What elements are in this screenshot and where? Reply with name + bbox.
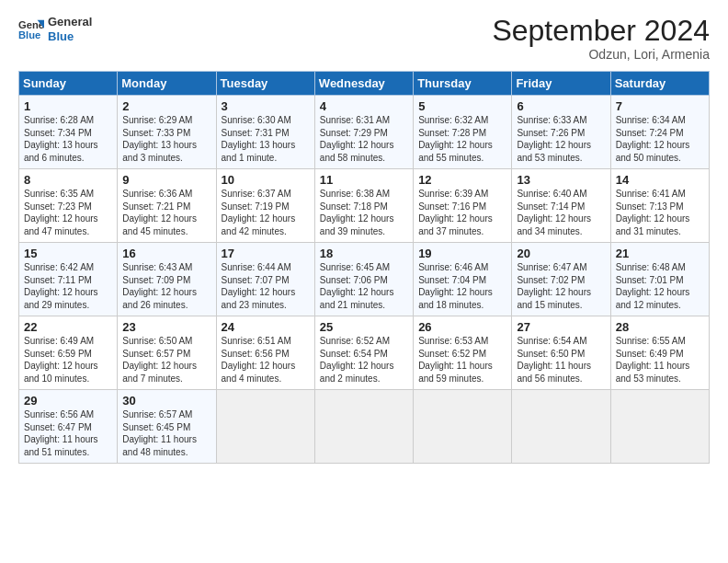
day-number: 17 — [222, 247, 311, 260]
day-info: Sunrise: 6:35 AMSunset: 7:23 PMDaylight:… — [24, 189, 98, 236]
calendar-cell: 25 Sunrise: 6:52 AMSunset: 6:54 PMDaylig… — [314, 316, 413, 390]
calendar-cell: 7 Sunrise: 6:34 AMSunset: 7:24 PMDayligh… — [610, 96, 709, 169]
day-info: Sunrise: 6:39 AMSunset: 7:16 PMDaylight:… — [418, 189, 493, 236]
day-info: Sunrise: 6:38 AMSunset: 7:18 PMDaylight:… — [320, 189, 394, 236]
day-info: Sunrise: 6:29 AMSunset: 7:33 PMDaylight:… — [122, 115, 197, 163]
day-info: Sunrise: 6:55 AMSunset: 6:49 PMDaylight:… — [616, 336, 690, 384]
day-number: 11 — [320, 173, 409, 187]
day-info: Sunrise: 6:31 AMSunset: 7:29 PMDaylight:… — [320, 115, 394, 163]
day-info: Sunrise: 6:42 AMSunset: 7:11 PMDaylight:… — [24, 262, 98, 310]
logo-text-general: General — [48, 15, 92, 29]
month-title: September 2024 — [492, 15, 710, 47]
calendar-cell: 8 Sunrise: 6:35 AMSunset: 7:23 PMDayligh… — [19, 169, 118, 243]
day-info: Sunrise: 6:30 AMSunset: 7:31 PMDaylight:… — [222, 115, 296, 163]
day-number: 12 — [418, 173, 507, 187]
calendar-table: Sunday Monday Tuesday Wednesday Thursday… — [18, 71, 710, 464]
day-info: Sunrise: 6:34 AMSunset: 7:24 PMDaylight:… — [616, 115, 690, 163]
day-number: 2 — [122, 99, 211, 113]
day-number: 28 — [616, 320, 705, 334]
day-number: 18 — [320, 247, 409, 260]
calendar-cell: 9 Sunrise: 6:36 AMSunset: 7:21 PMDayligh… — [118, 169, 216, 243]
day-info: Sunrise: 6:56 AMSunset: 6:47 PMDaylight:… — [24, 409, 98, 457]
day-info: Sunrise: 6:49 AMSunset: 6:59 PMDaylight:… — [24, 336, 98, 384]
day-number: 13 — [517, 173, 606, 187]
calendar-cell: 6 Sunrise: 6:33 AMSunset: 7:26 PMDayligh… — [512, 96, 610, 169]
calendar-cell: 2 Sunrise: 6:29 AMSunset: 7:33 PMDayligh… — [118, 96, 216, 169]
logo-text-blue: Blue — [48, 29, 92, 44]
day-number: 30 — [122, 394, 211, 408]
day-info: Sunrise: 6:41 AMSunset: 7:13 PMDaylight:… — [616, 189, 690, 236]
calendar-cell: 11 Sunrise: 6:38 AMSunset: 7:18 PMDaylig… — [314, 169, 413, 243]
day-number: 21 — [616, 247, 705, 260]
day-number: 26 — [418, 320, 507, 334]
day-number: 20 — [517, 247, 606, 260]
header-sunday: Sunday — [19, 72, 118, 96]
day-info: Sunrise: 6:54 AMSunset: 6:50 PMDaylight:… — [517, 336, 591, 384]
calendar-row: 1 Sunrise: 6:28 AMSunset: 7:34 PMDayligh… — [19, 96, 710, 169]
header-wednesday: Wednesday — [314, 72, 413, 96]
calendar-cell: 12 Sunrise: 6:39 AMSunset: 7:16 PMDaylig… — [414, 169, 512, 243]
day-number: 23 — [122, 320, 211, 334]
day-number: 6 — [517, 99, 606, 113]
day-info: Sunrise: 6:53 AMSunset: 6:52 PMDaylight:… — [418, 336, 493, 384]
day-number: 24 — [222, 320, 311, 334]
calendar-cell: 23 Sunrise: 6:50 AMSunset: 6:57 PMDaylig… — [118, 316, 216, 390]
day-number: 8 — [24, 173, 113, 187]
day-number: 19 — [418, 247, 507, 260]
day-info: Sunrise: 6:47 AMSunset: 7:02 PMDaylight:… — [517, 262, 591, 310]
calendar-cell: 5 Sunrise: 6:32 AMSunset: 7:28 PMDayligh… — [414, 96, 512, 169]
day-info: Sunrise: 6:51 AMSunset: 6:56 PMDaylight:… — [222, 336, 296, 384]
day-number: 25 — [320, 320, 409, 334]
day-number: 4 — [320, 99, 409, 113]
calendar-cell: 15 Sunrise: 6:42 AMSunset: 7:11 PMDaylig… — [19, 243, 118, 316]
day-info: Sunrise: 6:36 AMSunset: 7:21 PMDaylight:… — [122, 189, 197, 236]
svg-text:Blue: Blue — [18, 29, 40, 40]
day-info: Sunrise: 6:37 AMSunset: 7:19 PMDaylight:… — [222, 189, 296, 236]
header-friday: Friday — [512, 72, 610, 96]
day-number: 5 — [418, 99, 507, 113]
day-number: 7 — [616, 99, 705, 113]
day-info: Sunrise: 6:46 AMSunset: 7:04 PMDaylight:… — [418, 262, 493, 310]
calendar-cell: 29 Sunrise: 6:56 AMSunset: 6:47 PMDaylig… — [19, 390, 118, 464]
calendar-cell: 24 Sunrise: 6:51 AMSunset: 6:56 PMDaylig… — [216, 316, 314, 390]
header-thursday: Thursday — [414, 72, 512, 96]
day-number: 16 — [122, 247, 211, 260]
header-monday: Monday — [118, 72, 216, 96]
calendar-cell: 26 Sunrise: 6:53 AMSunset: 6:52 PMDaylig… — [414, 316, 512, 390]
day-info: Sunrise: 6:32 AMSunset: 7:28 PMDaylight:… — [418, 115, 493, 163]
header: General Blue General Blue September 2024… — [18, 15, 710, 62]
calendar-cell: 10 Sunrise: 6:37 AMSunset: 7:19 PMDaylig… — [216, 169, 314, 243]
day-info: Sunrise: 6:48 AMSunset: 7:01 PMDaylight:… — [616, 262, 690, 310]
calendar-page: General Blue General Blue September 2024… — [0, 0, 728, 563]
calendar-cell: 22 Sunrise: 6:49 AMSunset: 6:59 PMDaylig… — [19, 316, 118, 390]
calendar-cell: 16 Sunrise: 6:43 AMSunset: 7:09 PMDaylig… — [118, 243, 216, 316]
day-info: Sunrise: 6:44 AMSunset: 7:07 PMDaylight:… — [222, 262, 296, 310]
calendar-row: 29 Sunrise: 6:56 AMSunset: 6:47 PMDaylig… — [19, 390, 710, 464]
day-info: Sunrise: 6:57 AMSunset: 6:45 PMDaylight:… — [122, 409, 197, 457]
day-info: Sunrise: 6:50 AMSunset: 6:57 PMDaylight:… — [122, 336, 197, 384]
day-number: 29 — [24, 394, 113, 408]
day-info: Sunrise: 6:52 AMSunset: 6:54 PMDaylight:… — [320, 336, 394, 384]
day-info: Sunrise: 6:33 AMSunset: 7:26 PMDaylight:… — [517, 115, 591, 163]
day-info: Sunrise: 6:45 AMSunset: 7:06 PMDaylight:… — [320, 262, 394, 310]
logo: General Blue General Blue — [18, 15, 92, 43]
calendar-cell — [610, 390, 709, 464]
calendar-cell — [414, 390, 512, 464]
day-info: Sunrise: 6:43 AMSunset: 7:09 PMDaylight:… — [122, 262, 197, 310]
day-number: 3 — [222, 99, 311, 113]
calendar-cell: 21 Sunrise: 6:48 AMSunset: 7:01 PMDaylig… — [610, 243, 709, 316]
calendar-cell — [512, 390, 610, 464]
calendar-cell — [216, 390, 314, 464]
calendar-cell — [314, 390, 413, 464]
calendar-row: 8 Sunrise: 6:35 AMSunset: 7:23 PMDayligh… — [19, 169, 710, 243]
calendar-row: 22 Sunrise: 6:49 AMSunset: 6:59 PMDaylig… — [19, 316, 710, 390]
title-block: September 2024 Odzun, Lori, Armenia — [492, 15, 710, 62]
day-number: 14 — [616, 173, 705, 187]
calendar-cell: 28 Sunrise: 6:55 AMSunset: 6:49 PMDaylig… — [610, 316, 709, 390]
calendar-cell: 30 Sunrise: 6:57 AMSunset: 6:45 PMDaylig… — [118, 390, 216, 464]
calendar-cell: 17 Sunrise: 6:44 AMSunset: 7:07 PMDaylig… — [216, 243, 314, 316]
day-number: 15 — [24, 247, 113, 260]
header-tuesday: Tuesday — [216, 72, 314, 96]
calendar-cell: 1 Sunrise: 6:28 AMSunset: 7:34 PMDayligh… — [19, 96, 118, 169]
day-number: 22 — [24, 320, 113, 334]
